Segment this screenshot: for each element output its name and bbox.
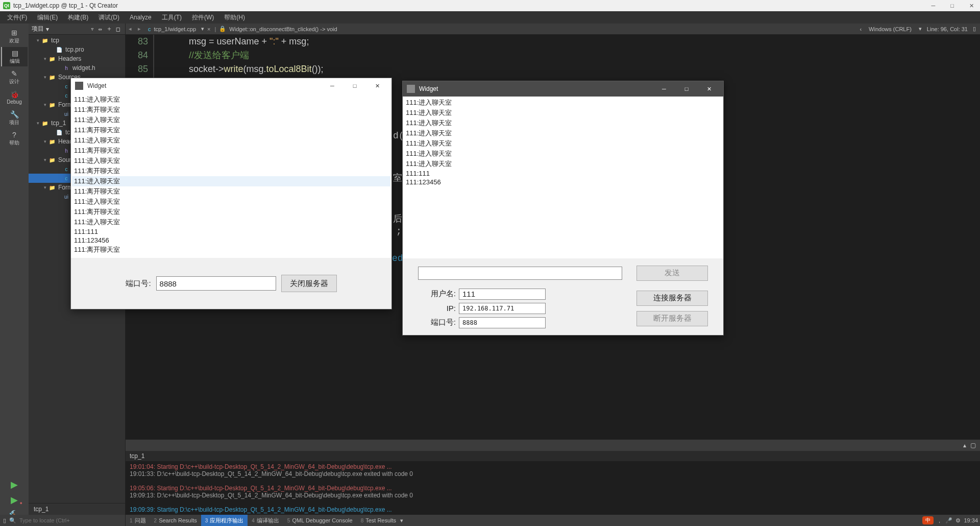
add-icon[interactable]: ＋ — [104, 25, 114, 33]
list-item[interactable]: 111:进入聊天室 — [72, 156, 390, 166]
pane-search[interactable]: 2Search Results — [150, 515, 201, 526]
dropdown-icon[interactable]: ▾ — [201, 26, 204, 32]
minimize-button[interactable]: ─ — [654, 86, 674, 92]
menu-edit[interactable]: 编辑(E) — [32, 12, 63, 23]
list-item[interactable]: 111:进入聊天室 — [404, 108, 722, 118]
mode-design[interactable]: ✎设计 — [1, 67, 28, 87]
pane-compile[interactable]: 4编译输出 — [248, 515, 283, 526]
maximize-button[interactable]: □ — [947, 2, 957, 10]
chevron-down-icon[interactable]: ▾ — [919, 26, 922, 32]
project-dropdown-icon[interactable]: ▾ — [46, 26, 49, 33]
server-titlebar[interactable]: Widget ─ □ ✕ — [71, 78, 391, 93]
encoding-label[interactable]: Windows (CRLF) — [869, 26, 912, 32]
minimize-button[interactable]: ─ — [322, 83, 342, 89]
split-icon[interactable]: □ — [114, 26, 122, 33]
disconnect-button[interactable]: 断开服务器 — [636, 311, 708, 326]
pane-qml[interactable]: 5QML Debugger Console — [283, 515, 357, 526]
list-item[interactable]: 111:进入聊天室 — [404, 149, 722, 159]
filter-icon[interactable]: ▿ — [88, 26, 96, 33]
list-item[interactable]: 111:离开聊天室 — [72, 245, 390, 255]
list-item[interactable]: 111:离开聊天室 — [72, 186, 390, 197]
list-item[interactable]: 111:离开聊天室 — [72, 207, 390, 217]
list-item[interactable]: 111:离开聊天室 — [72, 146, 390, 156]
nav-back-icon[interactable]: ◂ — [126, 26, 135, 32]
list-item[interactable]: 111:离开聊天室 — [72, 125, 390, 135]
close-tab-icon[interactable]: × — [207, 26, 210, 32]
ip-input[interactable] — [459, 303, 546, 314]
client-titlebar[interactable]: Widget ─ □ ✕ — [403, 81, 723, 97]
tree-tcp-pro[interactable]: 📄tcp.pro — [29, 45, 125, 54]
settings-icon[interactable]: ⚙ — [955, 517, 961, 524]
close-button[interactable]: ✕ — [367, 83, 387, 89]
server-widget-window[interactable]: Widget ─ □ ✕ 111:进入聊天室111:离开聊天室111:进入聊天室… — [70, 78, 392, 309]
username-input[interactable] — [459, 289, 546, 300]
mode-projects[interactable]: 🔧项目 — [1, 108, 28, 128]
list-item[interactable]: 111:123456 — [72, 236, 390, 245]
mode-welcome[interactable]: ⊞欢迎 — [1, 27, 28, 46]
ime-indicator[interactable]: 中 — [922, 516, 934, 524]
nav-fwd-icon[interactable]: ▸ — [135, 26, 144, 32]
list-item[interactable]: 111:进入聊天室 — [72, 217, 390, 227]
menu-debug[interactable]: 调试(D) — [93, 12, 125, 23]
tree-headers[interactable]: ▾📁Headers — [29, 54, 125, 63]
client-port-input[interactable] — [459, 317, 546, 328]
minimize-button[interactable]: ─ — [928, 2, 939, 10]
list-item[interactable]: 111:111 — [404, 169, 722, 178]
close-panel-icon[interactable]: ▢ — [970, 442, 976, 449]
debug-run-button[interactable]: ▶● — [1, 492, 28, 508]
mode-edit[interactable]: ▤编辑 — [1, 47, 28, 66]
maximize-button[interactable]: □ — [676, 86, 697, 92]
menu-file[interactable]: 文件(F) — [2, 12, 32, 23]
client-log-list[interactable]: 111:进入聊天室111:进入聊天室111:进入聊天室111:进入聊天室111:… — [403, 97, 723, 258]
locator-input[interactable] — [19, 517, 122, 523]
close-button[interactable]: ✕ — [699, 86, 719, 92]
pane-app-output[interactable]: 3应用程序输出 — [201, 515, 248, 526]
port-input[interactable] — [156, 276, 276, 291]
list-item[interactable]: 111:进入聊天室 — [72, 176, 390, 186]
list-item[interactable]: 111:离开聊天室 — [72, 105, 390, 115]
list-item[interactable]: 111:进入聊天室 — [72, 197, 390, 207]
collapse-icon[interactable]: ▴ — [963, 442, 966, 449]
client-title: Widget — [419, 85, 438, 92]
split-h-icon[interactable]: ▯ — [973, 26, 976, 32]
mode-debug[interactable]: 🐞Debug — [1, 88, 28, 107]
connect-button[interactable]: 连接服务器 — [636, 291, 708, 306]
list-item[interactable]: 111:进入聊天室 — [404, 138, 722, 149]
list-item[interactable]: 111:进入聊天室 — [72, 94, 390, 105]
link-icon[interactable]: ⇔ — [96, 26, 104, 33]
list-item[interactable]: 111:123456 — [404, 178, 722, 186]
run-button[interactable]: ▶ — [1, 477, 28, 492]
menu-widgets[interactable]: 控件(W) — [187, 12, 219, 23]
list-item[interactable]: 111:进入聊天室 — [404, 98, 722, 108]
message-input[interactable] — [418, 267, 622, 280]
menu-build[interactable]: 构建(B) — [63, 12, 93, 23]
mode-help[interactable]: ?帮助 — [1, 129, 28, 148]
pane-tests[interactable]: 8Test Results▾ — [357, 515, 407, 526]
mic-icon[interactable]: 🎤 — [945, 517, 952, 524]
close-button[interactable]: ✕ — [966, 2, 977, 10]
list-item[interactable]: 111:进入聊天室 — [72, 115, 390, 125]
server-log-list[interactable]: 111:进入聊天室111:离开聊天室111:进入聊天室111:离开聊天室111:… — [71, 93, 391, 258]
tree-tcp[interactable]: ▾📁tcp — [29, 36, 125, 45]
pane-issues[interactable]: 1问题 — [126, 515, 150, 526]
chevron-left-icon[interactable]: ‹ — [860, 26, 862, 32]
tree-widget-h[interactable]: hwidget.h — [29, 63, 125, 73]
kit-target[interactable]: tcp_1 — [29, 504, 125, 515]
menu-tools[interactable]: 工具(T) — [157, 12, 187, 23]
editor-tab[interactable]: c tcp_1/widget.cpp ▾ × — [144, 23, 215, 34]
maximize-button[interactable]: □ — [345, 83, 365, 89]
list-item[interactable]: 111:进入聊天室 — [404, 159, 722, 169]
locator[interactable]: ▯ 🔍 — [0, 515, 126, 526]
list-item[interactable]: 111:进入聊天室 — [72, 135, 390, 146]
list-item[interactable]: 111:进入聊天室 — [404, 128, 722, 138]
close-server-button[interactable]: 关闭服务器 — [281, 275, 337, 292]
list-item[interactable]: 111:111 — [72, 227, 390, 236]
client-widget-window[interactable]: Widget ─ □ ✕ 111:进入聊天室111:进入聊天室111:进入聊天室… — [402, 81, 724, 336]
output-tab[interactable]: tcp_1 — [130, 452, 144, 460]
send-button[interactable]: 发送 — [636, 266, 708, 281]
list-item[interactable]: 111:离开聊天室 — [72, 166, 390, 176]
menu-analyze[interactable]: Analyze — [125, 12, 157, 22]
breadcrumb[interactable]: Widget::on_disconnectBtn_clicked() -> vo… — [229, 26, 337, 32]
menu-help[interactable]: 帮助(H) — [219, 12, 250, 23]
list-item[interactable]: 111:进入聊天室 — [404, 118, 722, 128]
